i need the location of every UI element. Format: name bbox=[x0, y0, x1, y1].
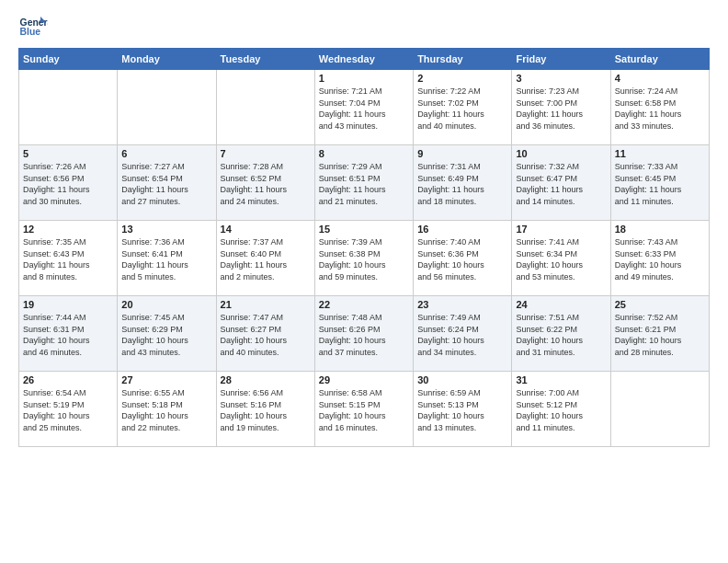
day-number: 23 bbox=[417, 299, 507, 310]
day-info: Sunrise: 7:47 AM Sunset: 6:27 PM Dayligh… bbox=[221, 312, 311, 358]
day-number: 20 bbox=[121, 299, 211, 310]
day-number: 7 bbox=[221, 148, 311, 159]
day-number: 24 bbox=[516, 299, 606, 310]
day-number: 18 bbox=[615, 224, 705, 235]
logo-icon: General Blue bbox=[18, 15, 48, 40]
day-info: Sunrise: 6:55 AM Sunset: 5:18 PM Dayligh… bbox=[121, 387, 211, 433]
calendar-cell: 14Sunrise: 7:37 AM Sunset: 6:40 PM Dayli… bbox=[216, 221, 314, 296]
calendar-cell: 23Sunrise: 7:49 AM Sunset: 6:24 PM Dayli… bbox=[414, 296, 512, 372]
calendar-cell: 31Sunrise: 7:00 AM Sunset: 5:12 PM Dayli… bbox=[512, 372, 610, 447]
day-number: 31 bbox=[516, 374, 606, 385]
day-info: Sunrise: 7:24 AM Sunset: 6:58 PM Dayligh… bbox=[615, 86, 705, 132]
day-info: Sunrise: 7:32 AM Sunset: 6:47 PM Dayligh… bbox=[516, 161, 606, 207]
calendar-cell: 5Sunrise: 7:26 AM Sunset: 6:56 PM Daylig… bbox=[19, 145, 118, 221]
calendar-cell bbox=[19, 70, 118, 145]
calendar-dow-friday: Friday bbox=[512, 49, 610, 70]
calendar-dow-tuesday: Tuesday bbox=[216, 49, 314, 70]
day-info: Sunrise: 7:39 AM Sunset: 6:38 PM Dayligh… bbox=[319, 236, 409, 282]
calendar-dow-monday: Monday bbox=[118, 49, 216, 70]
day-number: 28 bbox=[221, 374, 311, 385]
day-info: Sunrise: 6:54 AM Sunset: 5:19 PM Dayligh… bbox=[23, 387, 113, 433]
day-number: 19 bbox=[23, 299, 113, 310]
day-info: Sunrise: 7:40 AM Sunset: 6:36 PM Dayligh… bbox=[417, 236, 507, 282]
day-number: 10 bbox=[516, 148, 606, 159]
logo: General Blue bbox=[18, 15, 51, 40]
day-info: Sunrise: 6:58 AM Sunset: 5:15 PM Dayligh… bbox=[319, 387, 409, 433]
calendar-cell: 25Sunrise: 7:52 AM Sunset: 6:21 PM Dayli… bbox=[610, 296, 709, 372]
calendar-dow-sunday: Sunday bbox=[19, 49, 118, 70]
day-number: 11 bbox=[615, 148, 705, 159]
day-number: 25 bbox=[615, 299, 705, 310]
day-number: 9 bbox=[417, 148, 507, 159]
day-info: Sunrise: 6:56 AM Sunset: 5:16 PM Dayligh… bbox=[221, 387, 311, 433]
day-info: Sunrise: 7:27 AM Sunset: 6:54 PM Dayligh… bbox=[121, 161, 211, 207]
calendar-cell: 22Sunrise: 7:48 AM Sunset: 6:26 PM Dayli… bbox=[314, 296, 413, 372]
day-number: 15 bbox=[319, 224, 409, 235]
calendar-cell: 3Sunrise: 7:23 AM Sunset: 7:00 PM Daylig… bbox=[512, 70, 610, 145]
calendar-cell: 18Sunrise: 7:43 AM Sunset: 6:33 PM Dayli… bbox=[610, 221, 709, 296]
day-number: 26 bbox=[23, 374, 113, 385]
day-info: Sunrise: 7:51 AM Sunset: 6:22 PM Dayligh… bbox=[516, 312, 606, 358]
calendar-cell: 15Sunrise: 7:39 AM Sunset: 6:38 PM Dayli… bbox=[314, 221, 413, 296]
day-number: 4 bbox=[615, 73, 705, 84]
calendar-cell: 7Sunrise: 7:28 AM Sunset: 6:52 PM Daylig… bbox=[216, 145, 314, 221]
svg-text:Blue: Blue bbox=[20, 27, 41, 37]
day-number: 13 bbox=[121, 224, 211, 235]
calendar-cell: 19Sunrise: 7:44 AM Sunset: 6:31 PM Dayli… bbox=[19, 296, 118, 372]
calendar-cell: 6Sunrise: 7:27 AM Sunset: 6:54 PM Daylig… bbox=[118, 145, 216, 221]
day-number: 21 bbox=[221, 299, 311, 310]
calendar-cell: 30Sunrise: 6:59 AM Sunset: 5:13 PM Dayli… bbox=[414, 372, 512, 447]
calendar-dow-saturday: Saturday bbox=[610, 49, 709, 70]
day-info: Sunrise: 7:52 AM Sunset: 6:21 PM Dayligh… bbox=[615, 312, 705, 358]
day-info: Sunrise: 7:33 AM Sunset: 6:45 PM Dayligh… bbox=[615, 161, 705, 207]
calendar-cell: 24Sunrise: 7:51 AM Sunset: 6:22 PM Dayli… bbox=[512, 296, 610, 372]
day-number: 16 bbox=[417, 224, 507, 235]
day-number: 2 bbox=[417, 73, 507, 84]
day-number: 3 bbox=[516, 73, 606, 84]
day-info: Sunrise: 7:23 AM Sunset: 7:00 PM Dayligh… bbox=[516, 86, 606, 132]
calendar-cell: 28Sunrise: 6:56 AM Sunset: 5:16 PM Dayli… bbox=[216, 372, 314, 447]
calendar-dow-wednesday: Wednesday bbox=[314, 49, 413, 70]
calendar-cell: 26Sunrise: 6:54 AM Sunset: 5:19 PM Dayli… bbox=[19, 372, 118, 447]
day-number: 8 bbox=[319, 148, 409, 159]
calendar-week-1: 1Sunrise: 7:21 AM Sunset: 7:04 PM Daylig… bbox=[19, 70, 710, 145]
day-info: Sunrise: 7:28 AM Sunset: 6:52 PM Dayligh… bbox=[221, 161, 311, 207]
calendar-cell bbox=[610, 372, 709, 447]
calendar-cell: 2Sunrise: 7:22 AM Sunset: 7:02 PM Daylig… bbox=[414, 70, 512, 145]
calendar-cell bbox=[216, 70, 314, 145]
day-number: 1 bbox=[319, 73, 409, 84]
day-number: 12 bbox=[23, 224, 113, 235]
calendar-cell: 11Sunrise: 7:33 AM Sunset: 6:45 PM Dayli… bbox=[610, 145, 709, 221]
day-info: Sunrise: 7:35 AM Sunset: 6:43 PM Dayligh… bbox=[23, 236, 113, 282]
day-info: Sunrise: 7:29 AM Sunset: 6:51 PM Dayligh… bbox=[319, 161, 409, 207]
calendar-cell: 10Sunrise: 7:32 AM Sunset: 6:47 PM Dayli… bbox=[512, 145, 610, 221]
calendar-cell: 29Sunrise: 6:58 AM Sunset: 5:15 PM Dayli… bbox=[314, 372, 413, 447]
day-info: Sunrise: 7:44 AM Sunset: 6:31 PM Dayligh… bbox=[23, 312, 113, 358]
day-info: Sunrise: 6:59 AM Sunset: 5:13 PM Dayligh… bbox=[417, 387, 507, 433]
day-number: 27 bbox=[121, 374, 211, 385]
page: General Blue SundayMondayTuesdayWednesda… bbox=[0, 0, 728, 563]
day-info: Sunrise: 7:41 AM Sunset: 6:34 PM Dayligh… bbox=[516, 236, 606, 282]
day-info: Sunrise: 7:31 AM Sunset: 6:49 PM Dayligh… bbox=[417, 161, 507, 207]
day-info: Sunrise: 7:21 AM Sunset: 7:04 PM Dayligh… bbox=[319, 86, 409, 132]
day-number: 29 bbox=[319, 374, 409, 385]
calendar-dow-thursday: Thursday bbox=[414, 49, 512, 70]
calendar-header-row: SundayMondayTuesdayWednesdayThursdayFrid… bbox=[19, 49, 710, 70]
calendar-cell: 8Sunrise: 7:29 AM Sunset: 6:51 PM Daylig… bbox=[314, 145, 413, 221]
header: General Blue bbox=[18, 15, 710, 40]
day-info: Sunrise: 7:48 AM Sunset: 6:26 PM Dayligh… bbox=[319, 312, 409, 358]
calendar-week-4: 19Sunrise: 7:44 AM Sunset: 6:31 PM Dayli… bbox=[19, 296, 710, 372]
day-info: Sunrise: 7:37 AM Sunset: 6:40 PM Dayligh… bbox=[221, 236, 311, 282]
day-info: Sunrise: 7:00 AM Sunset: 5:12 PM Dayligh… bbox=[516, 387, 606, 433]
day-info: Sunrise: 7:45 AM Sunset: 6:29 PM Dayligh… bbox=[121, 312, 211, 358]
day-info: Sunrise: 7:26 AM Sunset: 6:56 PM Dayligh… bbox=[23, 161, 113, 207]
day-info: Sunrise: 7:43 AM Sunset: 6:33 PM Dayligh… bbox=[615, 236, 705, 282]
calendar-week-3: 12Sunrise: 7:35 AM Sunset: 6:43 PM Dayli… bbox=[19, 221, 710, 296]
calendar-cell: 13Sunrise: 7:36 AM Sunset: 6:41 PM Dayli… bbox=[118, 221, 216, 296]
calendar-cell: 27Sunrise: 6:55 AM Sunset: 5:18 PM Dayli… bbox=[118, 372, 216, 447]
calendar-cell: 20Sunrise: 7:45 AM Sunset: 6:29 PM Dayli… bbox=[118, 296, 216, 372]
day-number: 14 bbox=[221, 224, 311, 235]
day-info: Sunrise: 7:36 AM Sunset: 6:41 PM Dayligh… bbox=[121, 236, 211, 282]
day-info: Sunrise: 7:22 AM Sunset: 7:02 PM Dayligh… bbox=[417, 86, 507, 132]
day-info: Sunrise: 7:49 AM Sunset: 6:24 PM Dayligh… bbox=[417, 312, 507, 358]
